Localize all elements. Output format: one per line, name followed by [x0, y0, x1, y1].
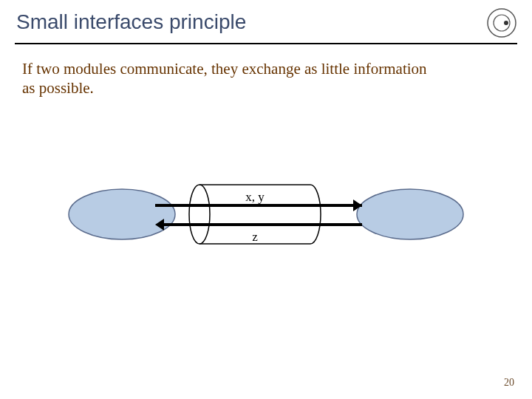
label-bottom: z	[252, 230, 258, 244]
label-top: x, y	[245, 190, 265, 204]
module-left	[69, 189, 175, 239]
module-right	[357, 189, 463, 239]
svg-point-4	[189, 185, 210, 244]
title-underline	[15, 43, 517, 44]
slide: Small interfaces principle If two module…	[0, 0, 532, 399]
interface-diagram: x, y z	[66, 170, 466, 273]
body-text: If two modules communicate, they exchang…	[22, 59, 436, 98]
page-number: 20	[504, 377, 514, 389]
svg-point-2	[504, 21, 508, 25]
slide-title: Small interfaces principle	[16, 10, 246, 34]
svg-point-0	[488, 9, 516, 37]
logo-icon	[486, 7, 517, 38]
